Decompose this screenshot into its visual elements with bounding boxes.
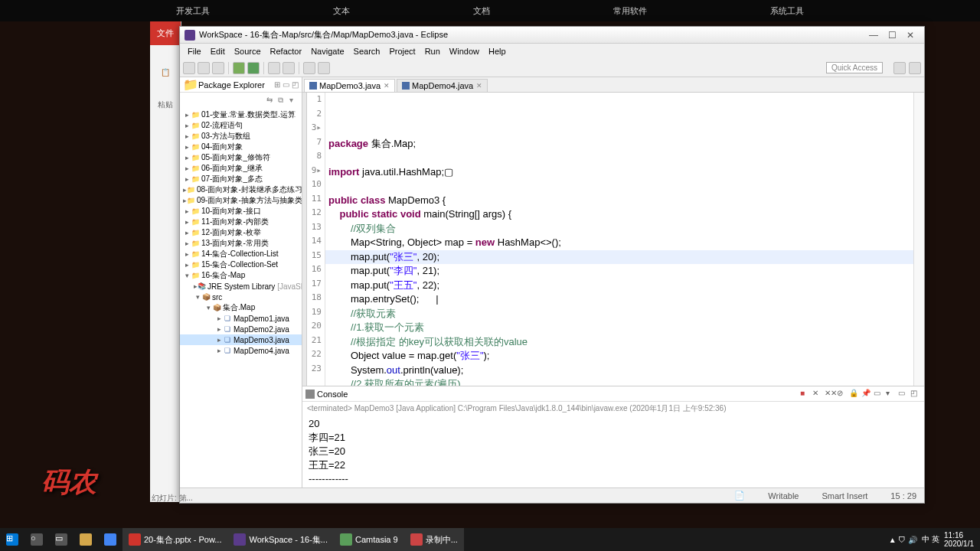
tree-item[interactable]: ▸📁10-面向对象-接口	[180, 206, 302, 217]
tree-item[interactable]: ▸📁11-面向对象-内部类	[180, 217, 302, 227]
taskbar-explorer[interactable]	[74, 528, 98, 551]
paste-label: 粘贴	[150, 99, 181, 110]
ribbon-file-tab[interactable]: 文件	[150, 21, 181, 45]
tb-open[interactable]	[303, 62, 315, 74]
console-title: Console	[317, 390, 799, 399]
pin-console-icon[interactable]: 📌	[861, 389, 872, 399]
tb-saveall[interactable]	[212, 62, 224, 74]
scroll-lock-icon[interactable]: 🔒	[849, 389, 860, 399]
powerpoint-slide-indicator: 幻灯片: 第...	[152, 493, 193, 504]
tree-item[interactable]: ▸📁15-集合-Collection-Set	[180, 259, 302, 270]
tree-item[interactable]: ▸📚JRE System Library [JavaSE-1.8]	[180, 281, 302, 292]
editor-tab[interactable]: MapDemo3.java✕	[304, 79, 395, 92]
status-insert: Smart Insert	[822, 491, 867, 500]
taskbar-powerpoint[interactable]: 20-集合.pptx - Pow...	[122, 528, 227, 551]
tb-newpkg[interactable]	[268, 62, 280, 74]
tree-item[interactable]: ▸📁06-面向对象_继承	[180, 163, 302, 174]
clear-console-icon[interactable]: ⊘	[837, 389, 848, 399]
tree-item[interactable]: ▾📁16-集合-Map	[180, 270, 302, 281]
max-console-icon[interactable]: ◰	[910, 389, 921, 399]
status-icon: 📄	[734, 491, 745, 500]
tb-debug[interactable]	[233, 62, 245, 74]
perspective-debug[interactable]	[909, 62, 921, 74]
quick-access[interactable]: Quick Access	[826, 62, 883, 73]
maximize-button[interactable]: ☐	[883, 30, 901, 41]
tree-item[interactable]: ▾📦src	[180, 292, 302, 302]
tray-time[interactable]: 11:162020/1/1	[944, 531, 974, 548]
task-view-button[interactable]: ▭	[49, 528, 74, 551]
topbar-systools[interactable]: 系统工具	[770, 5, 804, 17]
taskbar-recording[interactable]: 录制中...	[404, 528, 464, 551]
display-selected-icon[interactable]: ▭	[874, 389, 884, 399]
minimize-button[interactable]: —	[864, 30, 883, 41]
menu-source[interactable]: Source	[230, 47, 266, 56]
tray-ime[interactable]: 中 英	[922, 534, 939, 545]
source-code[interactable]: package 集合.Map; import java.util.HashMap…	[328, 137, 910, 386]
topbar-text[interactable]: 文本	[333, 5, 350, 17]
system-tray[interactable]: ▲ ⛉ 🔊 中 英 11:162020/1/1	[889, 531, 980, 548]
minimize-view-icon[interactable]: ▭	[283, 80, 289, 89]
tree-item[interactable]: ▸❏MapDemo3.java	[180, 334, 302, 345]
tree-item[interactable]: ▸📁07-面向对象_多态	[180, 174, 302, 184]
taskbar-chrome[interactable]	[98, 528, 122, 551]
tree-item[interactable]: ▸📁13-面向对象-常用类	[180, 238, 302, 249]
close-button[interactable]: ✕	[901, 30, 920, 41]
open-console-icon[interactable]: ▾	[886, 389, 897, 399]
editor-tab[interactable]: MapDemo4.java✕	[397, 79, 488, 92]
terminate-icon[interactable]: ■	[800, 389, 811, 399]
topbar-software[interactable]: 常用软件	[613, 5, 647, 17]
tb-newclass[interactable]	[283, 62, 295, 74]
remove-launch-icon[interactable]: ✕	[812, 389, 823, 399]
topbar-docs[interactable]: 文档	[473, 5, 490, 17]
maximize-view-icon[interactable]: ◰	[292, 80, 299, 89]
console-output[interactable]: 20李四=21张三=20王五=22------------	[302, 416, 924, 487]
status-position: 15 : 29	[890, 491, 916, 500]
tree-item[interactable]: ▸📁02-流程语句	[180, 120, 302, 131]
tree-item[interactable]: ▸❏MapDemo4.java	[180, 345, 302, 356]
menu-refactor[interactable]: Refactor	[266, 47, 307, 56]
tb-search[interactable]	[318, 62, 330, 74]
view-dropdown-icon[interactable]: ▾	[289, 96, 299, 105]
taskbar-camtasia[interactable]: Camtasia 9	[334, 528, 404, 551]
tree-item[interactable]: ▸❏MapDemo1.java	[180, 313, 302, 324]
tree-item[interactable]: ▸📁04-面向对象	[180, 142, 302, 152]
tb-save[interactable]	[198, 62, 210, 74]
paste-icon[interactable]: 📋	[150, 68, 181, 77]
powerpoint-ribbon-partial: 文件 📋 粘贴	[150, 21, 181, 502]
tree-item[interactable]: ▸📁14-集合-Collection-List	[180, 249, 302, 259]
tree-item[interactable]: ▾📦集合.Map	[180, 302, 302, 313]
perspective-java[interactable]	[893, 62, 906, 74]
menu-project[interactable]: Project	[384, 47, 420, 56]
link-editor-icon[interactable]: ⧉	[278, 96, 287, 105]
menu-navigate[interactable]: Navigate	[306, 47, 348, 56]
menu-edit[interactable]: Edit	[206, 47, 230, 56]
tree-item[interactable]: ▸📁03-方法与数组	[180, 131, 302, 142]
tree-item[interactable]: ▸📁01-变量.常量.数据类型.运算	[180, 109, 302, 120]
tree-item[interactable]: ▸📁09-面向对象-抽象方法与抽象类	[180, 195, 302, 206]
remove-all-icon[interactable]: ✕✕	[825, 389, 835, 399]
tree-item[interactable]: ▸📁12-面向对象-枚举	[180, 227, 302, 238]
menu-window[interactable]: Window	[445, 47, 484, 56]
tray-icons[interactable]: ▲ ⛉ 🔊	[889, 536, 917, 544]
menu-file[interactable]: File	[183, 47, 206, 56]
tb-new[interactable]	[183, 62, 195, 74]
tb-run[interactable]	[247, 62, 260, 74]
min-console-icon[interactable]: ▭	[898, 389, 909, 399]
cortana-button[interactable]: ○	[24, 528, 49, 551]
menu-search[interactable]: Search	[349, 47, 385, 56]
menu-help[interactable]: Help	[484, 47, 511, 56]
menubar: FileEditSourceRefactorNavigateSearchProj…	[180, 44, 924, 59]
tree-item[interactable]: ▸❏MapDemo2.java	[180, 324, 302, 334]
overview-ruler[interactable]	[913, 93, 924, 386]
tree-item[interactable]: ▸📁05-面向对象_修饰符	[180, 152, 302, 163]
package-tree[interactable]: ▸📁01-变量.常量.数据类型.运算▸📁02-流程语句▸📁03-方法与数组▸📁0…	[180, 108, 302, 487]
topbar-devtools[interactable]: 开发工具	[176, 5, 210, 17]
code-editor[interactable]: 123▸789▸1011121314151617181920212223 pac…	[302, 93, 924, 386]
editor-area: MapDemo3.java✕MapDemo4.java✕ 123▸789▸101…	[302, 77, 924, 487]
menu-run[interactable]: Run	[420, 47, 445, 56]
collapse-all-icon[interactable]: ⇆	[266, 96, 276, 105]
start-button[interactable]: ⊞	[0, 528, 24, 551]
view-menu-icon[interactable]: ⊞	[274, 80, 280, 89]
taskbar-eclipse[interactable]: WorkSpace - 16-集...	[227, 528, 334, 551]
tree-item[interactable]: ▸📁08-面向对象-封装继承多态练习	[180, 184, 302, 195]
